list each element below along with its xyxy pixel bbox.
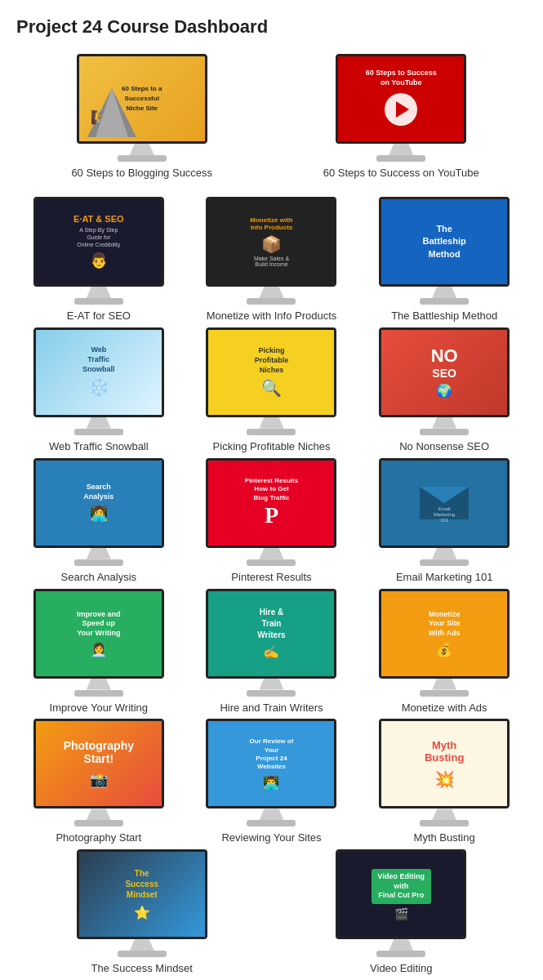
- course-web-traffic[interactable]: WebTrafficSnowball ❄️ Web Traffic Snowba…: [16, 327, 181, 454]
- course-success-mindset[interactable]: TheSuccessMindset ⭐ The Success Mindset: [16, 849, 268, 976]
- screen-video: Video EditingwithFinal Cut Pro 🎬: [336, 849, 466, 939]
- course-label-pinterest: Pinterest Results: [231, 571, 311, 585]
- screen-writing: Improve andSpeed upYour Writing 👩‍💼: [33, 589, 164, 679]
- screen-noseo: NO SEO 🌍: [379, 327, 510, 417]
- monitor-60-youtube: 60 Steps to Successon YouTube: [332, 54, 470, 162]
- course-search-analysis[interactable]: SearchAnalysis 👩‍💻 Search Analysis: [16, 458, 181, 585]
- course-photography[interactable]: PhotographyStart! 📸 Photography Start: [16, 719, 181, 845]
- course-label-ads: Monetize with Ads: [402, 702, 487, 715]
- monitor-noseo: NO SEO 🌍: [375, 327, 514, 435]
- course-label-battleship: The Battleship Method: [391, 310, 497, 323]
- screen-myth: MythBusting 💥: [379, 719, 510, 808]
- monitor-search: SearchAnalysis 👩‍💻: [29, 458, 168, 566]
- course-label-email: Email Marketing 101: [396, 571, 493, 585]
- course-60-youtube[interactable]: 60 Steps to Successon YouTube 60 Steps t…: [276, 54, 527, 180]
- course-review[interactable]: Our Review ofYourProject 24Websites 👨‍💻 …: [189, 719, 354, 845]
- monitor-review: Our Review ofYourProject 24Websites 👨‍💻: [202, 719, 340, 826]
- monitor-train: Hire &TrainWriters ✍️: [202, 589, 340, 697]
- screen-photo: PhotographyStart! 📸: [33, 719, 164, 808]
- page-title: Project 24 Course Dashboard: [16, 16, 527, 38]
- course-label-video: Video Editing: [370, 962, 432, 976]
- envelope-icon: EmailMarketing101: [420, 487, 469, 519]
- course-label-train: Hire and Train Writers: [220, 702, 323, 715]
- course-niches[interactable]: PickingProfitableNiches 🔍 Picking Profit…: [189, 327, 354, 454]
- screen-email: EmailMarketing101: [379, 458, 510, 548]
- monitor-snowball: WebTrafficSnowball ❄️: [29, 327, 168, 435]
- monitor-photo: PhotographyStart! 📸: [29, 719, 168, 826]
- course-myth[interactable]: MythBusting 💥 Myth Busting: [362, 719, 527, 845]
- course-eat-seo[interactable]: E·AT & SEO A Step By StepGuide forOnline…: [16, 197, 181, 323]
- course-label-noseo: No Nonsense SEO: [399, 440, 489, 454]
- screen-snowball: WebTrafficSnowball ❄️: [33, 327, 164, 417]
- monitor-success: TheSuccessMindset ⭐: [73, 849, 211, 957]
- course-label-snowball: Web Traffic Snowball: [49, 440, 149, 454]
- course-train[interactable]: Hire &TrainWriters ✍️ Hire and Train Wri…: [189, 589, 354, 715]
- screen-pinterest: Pinterest ResultsHow to GetBlog Traffic …: [206, 458, 336, 548]
- course-label-60-blog: 60 Steps to Blogging Success: [71, 167, 212, 180]
- play-button: [385, 93, 417, 126]
- monitor-niches: PickingProfitableNiches 🔍: [202, 327, 340, 435]
- course-label-myth: Myth Busting: [414, 831, 475, 845]
- course-label-60-youtube: 60 Steps to Success on YouTube: [323, 167, 479, 180]
- monitor-writing: Improve andSpeed upYour Writing 👩‍💼: [29, 589, 168, 697]
- course-label-monetize-info: Monetize with Info Products: [207, 310, 337, 323]
- course-label-review: Reviewing Your Sites: [221, 831, 321, 845]
- monitor-stand: [130, 144, 154, 155]
- monitor-60-blog: 60 Steps to aSuccessfulNiche Site 🧗: [73, 54, 211, 162]
- screen-review: Our Review ofYourProject 24Websites 👨‍💻: [206, 719, 336, 808]
- screen-ads: MonetizeYour SiteWith Ads 💰: [379, 589, 510, 679]
- monitor-video: Video EditingwithFinal Cut Pro 🎬: [332, 849, 470, 957]
- monitor-monetize-info: Monetize withInfo Products 📦 Make Sales …: [202, 197, 340, 305]
- screen-search: SearchAnalysis 👩‍💻: [33, 458, 164, 548]
- screen-success: TheSuccessMindset ⭐: [77, 849, 207, 939]
- monitor-pinterest: Pinterest ResultsHow to GetBlog Traffic …: [202, 458, 340, 566]
- monitor-battleship: TheBattleshipMethod: [375, 197, 514, 305]
- course-no-seo[interactable]: NO SEO 🌍 No Nonsense SEO: [362, 327, 527, 454]
- course-60-blog[interactable]: 60 Steps to aSuccessfulNiche Site 🧗 60 S…: [16, 54, 268, 180]
- monitor-ads: MonetizeYour SiteWith Ads 💰: [375, 589, 514, 697]
- monitor-stand: [389, 144, 413, 155]
- screen-niches: PickingProfitableNiches 🔍: [206, 327, 336, 417]
- course-writing[interactable]: Improve andSpeed upYour Writing 👩‍💼 Impr…: [16, 589, 181, 715]
- course-label-photo: Photography Start: [56, 831, 141, 845]
- course-battleship[interactable]: TheBattleshipMethod The Battleship Metho…: [362, 197, 527, 323]
- screen-train: Hire &TrainWriters ✍️: [206, 589, 336, 679]
- course-monetize-info[interactable]: Monetize withInfo Products 📦 Make Sales …: [189, 197, 354, 323]
- screen-60-blog: 60 Steps to aSuccessfulNiche Site 🧗: [77, 54, 207, 144]
- monitor-email: EmailMarketing101: [375, 458, 514, 566]
- monitor-myth: MythBusting 💥: [375, 719, 514, 826]
- course-pinterest[interactable]: Pinterest ResultsHow to GetBlog Traffic …: [189, 458, 354, 585]
- course-label-search: Search Analysis: [61, 571, 137, 585]
- course-label-eat: E-AT for SEO: [67, 310, 131, 323]
- course-email[interactable]: EmailMarketing101 Email Marketing 101: [362, 458, 527, 585]
- screen-eat: E·AT & SEO A Step By StepGuide forOnline…: [33, 197, 164, 287]
- course-video-editing[interactable]: Video EditingwithFinal Cut Pro 🎬 Video E…: [276, 849, 527, 976]
- screen-60-youtube: 60 Steps to Successon YouTube: [336, 54, 466, 144]
- monitor-eat: E·AT & SEO A Step By StepGuide forOnline…: [29, 197, 168, 305]
- screen-monetize-info: Monetize withInfo Products 📦 Make Sales …: [206, 197, 336, 287]
- monitor-base: [376, 155, 425, 162]
- course-label-writing: Improve Your Writing: [50, 702, 148, 715]
- monitor-base: [118, 155, 167, 162]
- course-ads[interactable]: MonetizeYour SiteWith Ads 💰 Monetize wit…: [362, 589, 527, 715]
- course-label-niches: Picking Profitable Niches: [213, 440, 331, 454]
- screen-battleship: TheBattleshipMethod: [379, 197, 510, 287]
- course-label-success: The Success Mindset: [91, 962, 193, 976]
